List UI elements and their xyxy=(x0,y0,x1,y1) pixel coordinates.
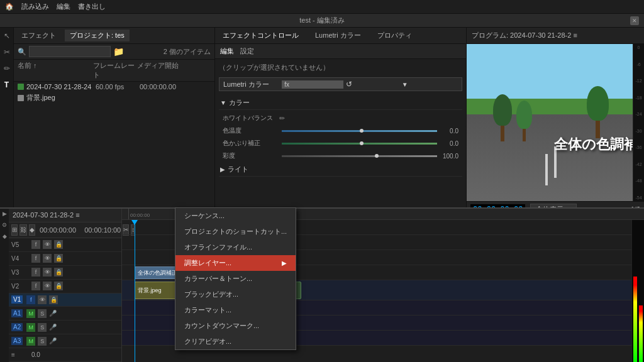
search-input[interactable] xyxy=(29,46,111,57)
timeline-playhead[interactable] xyxy=(135,220,135,362)
main-area: ↖ ✂ ✏ T エフェクト プロジェクト: tes 🔍 📁 2 個のアイテム 名… xyxy=(0,28,644,235)
text-tool-icon[interactable]: T xyxy=(1,79,13,90)
track-v1-sync[interactable]: f xyxy=(26,295,35,304)
tl-settings-icon[interactable]: ⚙ xyxy=(1,221,8,229)
close-button[interactable]: ✕ xyxy=(630,16,639,25)
tl-play-icon[interactable]: ▶ xyxy=(1,210,8,217)
track-v4-lock[interactable]: 🔒 xyxy=(54,254,63,263)
timeline-left-icons: ▶ ⚙ ◆ xyxy=(0,209,9,362)
vu-24: -24 xyxy=(635,112,643,116)
vu-meter: 0 -6 -12 -18 -24 -30 -36 -42 -48 -54 xyxy=(633,44,644,201)
tl-link-btn[interactable]: ⛓ xyxy=(19,224,27,236)
tl-add-marker-btn[interactable]: ◆ xyxy=(29,224,35,236)
track-a2-badge: A2 xyxy=(11,323,23,331)
file-item-0[interactable]: 2024-07-30 21-28-24 60.00 fps 00:00:00.0… xyxy=(14,82,214,92)
chevron-down-icon[interactable]: ▼ xyxy=(402,81,458,88)
master-vol: 0.0 xyxy=(31,351,40,358)
menu-edit[interactable]: 編集 xyxy=(57,2,70,11)
track-a2-mic-icon[interactable]: 🎤 xyxy=(49,324,57,331)
white-balance-control: ホワイトバランス ✏ xyxy=(219,112,462,124)
track-a3-s[interactable]: S xyxy=(38,337,47,346)
tab-properties[interactable]: プロパティ xyxy=(372,30,417,41)
razor-tool-icon[interactable]: ✂ xyxy=(1,47,13,58)
menu-export[interactable]: 書き出し xyxy=(78,2,106,11)
ctx-clear-video[interactable]: クリアビデオ... xyxy=(175,334,296,349)
track-v4-sync[interactable]: f xyxy=(31,254,40,263)
volume-meter xyxy=(631,220,644,362)
track-v1-lock[interactable]: 🔒 xyxy=(49,295,58,304)
project-panel: 🔍 📁 2 個のアイテム 名前 ↑ フレームレート メディア開始 2024-07… xyxy=(14,44,214,219)
tint-slider[interactable] xyxy=(282,143,437,145)
tl-snap-btn[interactable]: ⊞ xyxy=(11,224,18,236)
pencil-icon[interactable]: ✏ xyxy=(279,114,289,123)
menu-home-icon[interactable]: 🏠 xyxy=(5,3,14,11)
ctx-offline-file[interactable]: オフラインファイル... xyxy=(175,239,296,255)
tl-marker-icon[interactable]: ◆ xyxy=(1,233,8,240)
tab-effects[interactable]: エフェクト xyxy=(16,30,61,41)
track-a1-s[interactable]: S xyxy=(38,309,47,318)
subtab-settings[interactable]: 設定 xyxy=(240,47,254,56)
file-list: 2024-07-30 21-28-24 60.00 fps 00:00:00.0… xyxy=(14,82,214,104)
track-a3-mic-icon[interactable]: 🎤 xyxy=(49,337,57,344)
track-a1-m[interactable]: M xyxy=(26,309,35,318)
search-icon[interactable]: 🔍 xyxy=(18,48,26,56)
track-v4-eye[interactable]: 👁 xyxy=(43,254,52,263)
lumetri-dropdown[interactable]: Lumetri カラー fx ↺ ▼ xyxy=(219,77,462,91)
ctx-countdown[interactable]: カウントダウンマーク... xyxy=(175,318,296,334)
timeline-area: ▶ ⚙ ◆ 2024-07-30 21-28-2 ≡ ⊞ ⛓ ◆ 00:00:0… xyxy=(0,207,644,362)
track-v1-eye[interactable]: 👁 xyxy=(38,295,47,304)
temperature-slider[interactable] xyxy=(282,130,437,132)
track-v5-lock[interactable]: 🔒 xyxy=(54,240,63,249)
ctx-black-video[interactable]: ブラックビデオ... xyxy=(175,287,296,302)
tab-project[interactable]: プロジェクト: tes xyxy=(65,30,130,41)
file-item-1[interactable]: 背景.jpeg xyxy=(14,92,214,104)
track-a1-mic-icon[interactable]: 🎤 xyxy=(49,310,57,317)
track-v4-label: V4 xyxy=(11,255,29,262)
menu-import[interactable]: 読み込み xyxy=(21,2,49,11)
saturation-control[interactable]: 彩度 100.0 xyxy=(219,150,462,162)
left-panel: エフェクト プロジェクト: tes 🔍 📁 2 個のアイテム 名前 ↑ フレーム… xyxy=(14,28,215,235)
lumetri-reset-icon[interactable]: ↺ xyxy=(346,80,402,89)
tree-1 xyxy=(493,94,512,141)
track-a2-s[interactable]: S xyxy=(38,323,47,332)
track-v2-eye[interactable]: 👁 xyxy=(43,282,52,290)
track-a2-m[interactable]: M xyxy=(26,323,35,332)
vu-12: -12 xyxy=(635,79,643,83)
timeline-title: 2024-07-30 21-28-2 ≡ xyxy=(13,211,80,219)
ctx-sequence[interactable]: シーケンス... xyxy=(175,208,296,224)
selection-tool-icon[interactable]: ↖ xyxy=(1,30,13,41)
track-v5-label: V5 xyxy=(11,241,29,248)
track-v2: V2 f 👁 🔒 xyxy=(9,280,121,293)
saturation-slider[interactable] xyxy=(282,155,437,157)
ctx-color-matte[interactable]: カラーマット... xyxy=(175,302,296,318)
track-v5-eye[interactable]: 👁 xyxy=(43,240,52,249)
track-v5-sync[interactable]: f xyxy=(31,240,40,249)
right-panel: プログラム: 2024-07-30 21-28-2 ≡ xyxy=(467,28,644,235)
track-v3-eye[interactable]: 👁 xyxy=(43,268,52,277)
track-v3-lock[interactable]: 🔒 xyxy=(54,268,63,277)
tint-control[interactable]: 色かぶり補正 0.0 xyxy=(219,138,462,149)
timeline-header: 2024-07-30 21-28-2 ≡ xyxy=(9,209,121,222)
tl-time2: 00:00:10:00 xyxy=(84,226,121,234)
ruler-mark-0: 00:00:00 xyxy=(128,209,150,219)
folder-icon[interactable]: 📁 xyxy=(113,47,124,57)
vu-meter-labels: 0 -6 -12 -18 -24 -30 -36 -42 -48 -54 xyxy=(635,44,643,201)
pen-tool-icon[interactable]: ✏ xyxy=(1,63,13,74)
timeline-tools: ⊞ ⛓ ◆ 00:00:00:00 00:00:10:00 ✂ ↕ xyxy=(9,222,121,238)
light-section-header[interactable]: ▶ ライト xyxy=(219,163,462,177)
track-v2-lock[interactable]: 🔒 xyxy=(54,282,63,290)
ctx-color-bars[interactable]: カラーバー＆トーン... xyxy=(175,271,296,287)
tab-effects-control[interactable]: エフェクトコントロール xyxy=(218,30,304,41)
subtab-edit[interactable]: 編集 xyxy=(220,47,234,56)
temperature-control[interactable]: 色温度 0.0 xyxy=(219,125,462,136)
ctx-adjustment-layer[interactable]: 調整レイヤー... ▶ xyxy=(175,255,296,271)
track-a3-m[interactable]: M xyxy=(26,337,35,346)
tl-timecode: 00:00:00:00 xyxy=(40,226,76,234)
color-section-header[interactable]: ▼ カラー xyxy=(219,96,462,110)
ctx-project-shortcut[interactable]: プロジェクトのショートカット... xyxy=(175,224,296,239)
track-v3-sync[interactable]: f xyxy=(31,268,40,277)
track-v2-sync[interactable]: f xyxy=(31,282,40,290)
tab-lumetri[interactable]: Lumetri カラー xyxy=(310,30,366,41)
middle-panel: エフェクトコントロール Lumetri カラー プロパティ 編集 設定 （クリッ… xyxy=(215,28,467,235)
left-panel-tabs: エフェクト プロジェクト: tes xyxy=(14,28,214,44)
